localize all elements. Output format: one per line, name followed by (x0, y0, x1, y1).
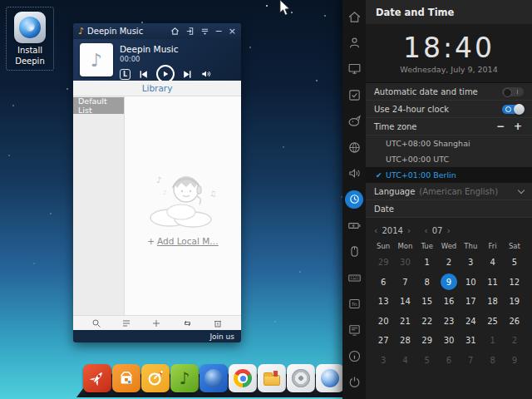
calendar-day[interactable]: 1 (416, 253, 438, 273)
close-icon[interactable]: × (229, 27, 236, 36)
sidebar-network-icon[interactable] (345, 138, 363, 156)
calendar-day[interactable]: 30 (394, 253, 416, 273)
sidebar-display-icon[interactable] (345, 60, 363, 78)
dock-deepin-browser-icon[interactable] (200, 364, 228, 392)
calendar-day[interactable]: 20 (372, 312, 394, 332)
calendar-day[interactable]: 30 (438, 331, 460, 351)
calendar-day[interactable]: 4 (394, 351, 416, 371)
sidebar-shutdown-icon[interactable] (345, 373, 363, 392)
add-icon[interactable] (151, 318, 161, 328)
calendar-day[interactable]: 29 (416, 331, 438, 351)
calendar-day[interactable]: 4 (481, 253, 503, 273)
player-area: ♪ Deepin Music 00:00 L (73, 39, 241, 81)
calendar-day[interactable]: 18 (481, 292, 503, 312)
calendar-day[interactable]: 2 (504, 331, 525, 351)
calendar-day[interactable]: 24 (460, 312, 481, 332)
timezone-item[interactable]: UTC+08:00 Shanghai (366, 135, 532, 151)
sidebar-date-and-time-icon[interactable] (345, 190, 363, 209)
calendar-day[interactable]: 22 (416, 312, 438, 332)
calendar-day[interactable]: 11 (481, 273, 503, 293)
calendar-day[interactable]: 2 (438, 253, 460, 273)
dock-media-player-icon[interactable] (287, 364, 315, 392)
calendar-day[interactable]: 23 (438, 312, 460, 332)
dock-launcher-icon[interactable] (83, 364, 111, 392)
home-icon[interactable] (170, 27, 180, 36)
next-year-button[interactable]: › (407, 225, 411, 236)
calendar-day[interactable]: 26 (504, 312, 525, 332)
menu-icon[interactable] (200, 27, 209, 36)
language-value: (American English) (419, 187, 512, 196)
sidebar-home-icon[interactable] (345, 7, 363, 26)
sidebar-shortcuts-icon[interactable]: fn (345, 295, 363, 313)
calendar-day[interactable]: 21 (394, 312, 416, 332)
repeat-icon[interactable] (182, 318, 193, 328)
lyrics-button[interactable]: L (120, 69, 131, 80)
sidebar-system-information-icon[interactable] (345, 347, 363, 365)
calendar-day[interactable]: 13 (372, 292, 394, 312)
dock-file-manager-icon[interactable] (258, 364, 286, 392)
calendar-day[interactable]: 17 (460, 292, 481, 312)
minimize-icon[interactable]: − (215, 27, 223, 36)
sidebar-keyboard-icon[interactable] (345, 268, 363, 287)
delete-icon[interactable] (213, 318, 223, 328)
join-us-link[interactable]: Join us (209, 332, 234, 341)
automatic-date-time-toggle[interactable] (502, 87, 524, 96)
setting-row-language[interactable]: Language (American English) (366, 183, 532, 200)
calendar-day[interactable]: 9 (504, 351, 525, 371)
calendar-day[interactable]: 31 (460, 331, 481, 351)
calendar-day[interactable]: 3 (372, 351, 394, 371)
calendar-day[interactable]: 6 (438, 351, 460, 371)
calendar-day[interactable]: 19 (504, 292, 525, 312)
prev-year-button[interactable]: ‹ (374, 225, 377, 236)
volume-icon[interactable] (200, 68, 212, 80)
calendar-day[interactable]: 27 (372, 331, 394, 351)
calendar-day[interactable]: 8 (481, 351, 503, 371)
add-timezone-button[interactable]: + (512, 121, 524, 131)
sidebar-sound-icon[interactable] (345, 165, 363, 183)
add-local-music-link[interactable]: + Add Local M… (147, 236, 219, 246)
sidebar-account-icon[interactable] (345, 33, 363, 52)
dock-web-browser-icon[interactable] (316, 364, 344, 392)
calendar-day[interactable]: 7 (394, 273, 416, 293)
tab-library[interactable]: Library (142, 83, 173, 93)
dock-game-center-icon[interactable] (141, 364, 170, 392)
calendar-day[interactable]: 28 (394, 331, 416, 351)
next-button[interactable] (182, 69, 193, 80)
dock-deepin-music-icon[interactable]: ♪ (170, 364, 199, 392)
remove-timezone-button[interactable]: − (495, 121, 506, 131)
next-month-button[interactable]: › (446, 225, 450, 236)
calendar-day[interactable]: 16 (438, 292, 460, 312)
calendar-day[interactable]: 29 (372, 253, 394, 273)
sidebar-personalization-icon[interactable] (345, 112, 363, 131)
calendar-day[interactable]: 10 (460, 273, 481, 293)
music-titlebar[interactable]: ♪ Deepin Music − × (73, 23, 241, 39)
calendar-day[interactable]: 7 (460, 351, 481, 371)
timezone-item[interactable]: UTC+00:00 UTC (366, 151, 532, 167)
sidebar-power-icon[interactable] (345, 216, 363, 234)
playlist-default-list[interactable]: Default List (73, 97, 124, 114)
prev-month-button[interactable]: ‹ (424, 225, 427, 236)
desktop-icon-install-deepin[interactable]: Install Deepin (6, 7, 54, 71)
calendar-day[interactable]: 5 (504, 253, 525, 273)
calendar-day[interactable]: 6 (372, 273, 394, 293)
search-icon[interactable] (91, 318, 101, 328)
calendar-day[interactable]: 25 (481, 312, 503, 332)
sidebar-mouse-icon[interactable] (345, 243, 363, 261)
dock-google-chrome-icon[interactable] (229, 364, 257, 392)
calendar-day[interactable]: 12 (504, 273, 525, 293)
calendar-day[interactable]: 1 (481, 331, 503, 351)
calendar-day[interactable]: 5 (416, 351, 438, 371)
dock-app-store-icon[interactable] (112, 364, 140, 392)
calendar-day[interactable]: 15 (416, 292, 438, 312)
previous-button[interactable] (138, 69, 149, 80)
calendar-day[interactable]: 8 (416, 273, 438, 293)
playlist-icon[interactable] (121, 318, 131, 328)
timezone-item[interactable]: ✔UTC+01:00 Berlin (366, 167, 532, 183)
sidebar-boot-icon[interactable] (345, 321, 363, 339)
calendar-day[interactable]: 9 (438, 273, 460, 293)
calendar-day[interactable]: 14 (394, 292, 416, 312)
24-hour-clock-toggle[interactable] (502, 105, 524, 114)
sidebar-default-applications-icon[interactable] (345, 86, 363, 104)
calendar-day[interactable]: 3 (460, 253, 481, 273)
login-icon[interactable] (185, 27, 195, 36)
